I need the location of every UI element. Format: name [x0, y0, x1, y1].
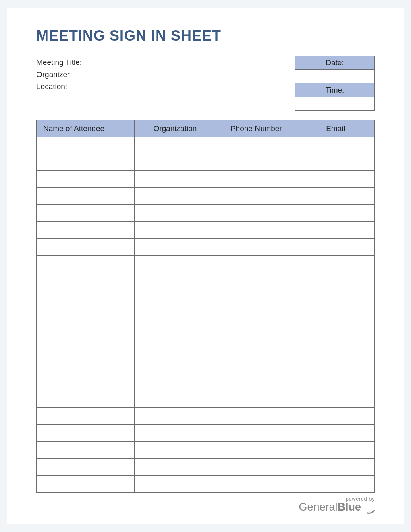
table-cell[interactable]: [297, 459, 375, 476]
table-cell[interactable]: [297, 222, 375, 239]
table-cell[interactable]: [216, 425, 297, 442]
table-cell[interactable]: [37, 154, 135, 171]
table-cell[interactable]: [297, 374, 375, 391]
table-cell[interactable]: [135, 239, 216, 256]
table-cell[interactable]: [37, 408, 135, 425]
table-cell[interactable]: [297, 289, 375, 306]
table-cell[interactable]: [37, 442, 135, 459]
table-cell[interactable]: [297, 306, 375, 323]
table-cell[interactable]: [216, 205, 297, 222]
table-cell[interactable]: [297, 391, 375, 408]
table-cell[interactable]: [135, 222, 216, 239]
table-cell[interactable]: [37, 222, 135, 239]
table-cell[interactable]: [216, 222, 297, 239]
table-cell[interactable]: [37, 340, 135, 357]
table-cell[interactable]: [297, 137, 375, 154]
table-cell[interactable]: [37, 239, 135, 256]
table-cell[interactable]: [297, 357, 375, 374]
table-cell[interactable]: [297, 272, 375, 289]
table-row: [37, 340, 375, 357]
table-cell[interactable]: [216, 171, 297, 188]
table-cell[interactable]: [216, 137, 297, 154]
table-cell[interactable]: [37, 137, 135, 154]
logo-text-blue: Blue: [337, 502, 361, 513]
table-row: [37, 357, 375, 374]
table-cell[interactable]: [135, 357, 216, 374]
table-row: [37, 442, 375, 459]
table-cell[interactable]: [216, 408, 297, 425]
table-cell[interactable]: [135, 256, 216, 272]
table-cell[interactable]: [297, 154, 375, 171]
table-cell[interactable]: [297, 171, 375, 188]
table-cell[interactable]: [135, 459, 216, 476]
table-cell[interactable]: [135, 272, 216, 289]
table-cell[interactable]: [37, 188, 135, 205]
table-cell[interactable]: [37, 374, 135, 391]
table-cell[interactable]: [216, 476, 297, 493]
table-cell[interactable]: [297, 239, 375, 256]
table-cell[interactable]: [297, 425, 375, 442]
table-cell[interactable]: [135, 171, 216, 188]
time-label: Time:: [295, 83, 375, 97]
meta-section: Meeting Title: Organizer: Location: Date…: [36, 56, 375, 111]
table-row: [37, 222, 375, 239]
table-cell[interactable]: [135, 188, 216, 205]
table-cell[interactable]: [297, 442, 375, 459]
table-cell[interactable]: [216, 256, 297, 272]
table-cell[interactable]: [216, 323, 297, 340]
table-cell[interactable]: [297, 188, 375, 205]
table-cell[interactable]: [216, 306, 297, 323]
table-cell[interactable]: [216, 391, 297, 408]
table-cell[interactable]: [216, 442, 297, 459]
table-cell[interactable]: [297, 323, 375, 340]
table-cell[interactable]: [37, 459, 135, 476]
table-cell[interactable]: [135, 306, 216, 323]
table-cell[interactable]: [135, 476, 216, 493]
table-cell[interactable]: [37, 323, 135, 340]
table-cell[interactable]: [135, 374, 216, 391]
table-cell[interactable]: [135, 323, 216, 340]
table-cell[interactable]: [135, 137, 216, 154]
table-cell[interactable]: [135, 425, 216, 442]
table-cell[interactable]: [135, 205, 216, 222]
table-cell[interactable]: [216, 154, 297, 171]
table-row: [37, 323, 375, 340]
table-cell[interactable]: [216, 374, 297, 391]
column-header-organization: Organization: [135, 120, 216, 137]
table-cell[interactable]: [216, 289, 297, 306]
table-cell[interactable]: [135, 391, 216, 408]
table-cell[interactable]: [37, 476, 135, 493]
table-cell[interactable]: [216, 357, 297, 374]
table-cell[interactable]: [37, 357, 135, 374]
table-cell[interactable]: [297, 408, 375, 425]
table-cell[interactable]: [297, 340, 375, 357]
table-cell[interactable]: [135, 442, 216, 459]
table-cell[interactable]: [37, 272, 135, 289]
swoosh-icon: [363, 503, 375, 511]
table-row: [37, 459, 375, 476]
table-cell[interactable]: [37, 205, 135, 222]
table-cell[interactable]: [216, 239, 297, 256]
table-cell[interactable]: [37, 289, 135, 306]
table-cell[interactable]: [135, 408, 216, 425]
table-cell[interactable]: [216, 188, 297, 205]
datetime-box: Date: Time:: [295, 56, 375, 111]
date-value[interactable]: [295, 70, 375, 83]
table-cell[interactable]: [216, 459, 297, 476]
table-cell[interactable]: [37, 425, 135, 442]
table-cell[interactable]: [297, 476, 375, 493]
table-cell[interactable]: [297, 256, 375, 272]
table-cell[interactable]: [135, 289, 216, 306]
table-cell[interactable]: [135, 340, 216, 357]
table-row: [37, 272, 375, 289]
table-cell[interactable]: [37, 171, 135, 188]
table-cell[interactable]: [135, 154, 216, 171]
table-cell[interactable]: [216, 272, 297, 289]
table-row: [37, 154, 375, 171]
table-cell[interactable]: [297, 205, 375, 222]
table-cell[interactable]: [216, 340, 297, 357]
table-cell[interactable]: [37, 391, 135, 408]
time-value[interactable]: [295, 97, 375, 111]
table-cell[interactable]: [37, 256, 135, 272]
table-cell[interactable]: [37, 306, 135, 323]
